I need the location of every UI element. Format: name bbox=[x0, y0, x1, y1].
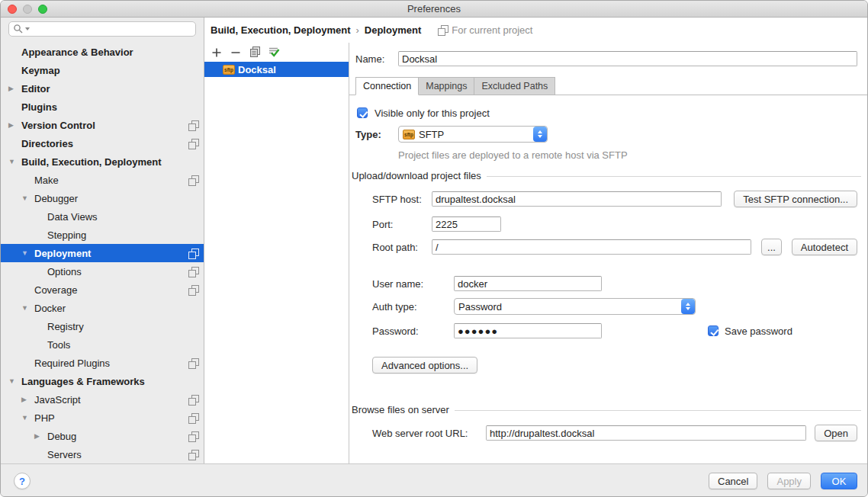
sidebar-item-stepping[interactable]: ▶Stepping bbox=[1, 226, 204, 244]
root-path-input[interactable] bbox=[432, 239, 751, 255]
test-sftp-connection-button[interactable]: Test SFTP connection... bbox=[734, 191, 857, 207]
sidebar-item-appearance-behavior[interactable]: ▶Appearance & Behavior bbox=[1, 43, 204, 61]
open-button[interactable]: Open bbox=[815, 425, 857, 441]
sidebar-item-docker[interactable]: ▼Docker bbox=[1, 299, 204, 317]
type-hint: Project files are deployed to a remote h… bbox=[398, 149, 628, 161]
search-filter-caret-icon[interactable] bbox=[25, 27, 30, 30]
root-path-browse-button[interactable]: ... bbox=[761, 239, 782, 255]
settings-search-input[interactable] bbox=[8, 21, 196, 37]
per-project-icon bbox=[188, 413, 198, 423]
search-icon bbox=[13, 24, 24, 34]
chevron-expanded-icon[interactable]: ▼ bbox=[8, 152, 21, 171]
port-input[interactable] bbox=[432, 216, 501, 232]
web-root-label: Web server root URL: bbox=[372, 428, 486, 439]
sidebar-item-data-views[interactable]: ▶Data Views bbox=[1, 207, 204, 226]
sidebar-item-debug[interactable]: ▶Debug bbox=[1, 427, 204, 445]
sidebar-item-editor[interactable]: ▶Editor bbox=[1, 79, 204, 98]
per-project-icon bbox=[188, 431, 198, 441]
per-project-icon bbox=[188, 358, 198, 368]
per-project-icon bbox=[438, 25, 448, 35]
preferences-window: Preferences ▶Appearance & Behavior ▶Keym… bbox=[0, 0, 868, 497]
chevron-expanded-icon[interactable]: ▼ bbox=[8, 372, 21, 390]
help-button[interactable]: ? bbox=[14, 473, 31, 489]
sidebar-item-php[interactable]: ▼PHP bbox=[1, 409, 204, 427]
settings-tree: ▶Appearance & Behavior ▶Keymap ▶Editor ▶… bbox=[1, 43, 204, 463]
name-input[interactable] bbox=[398, 51, 857, 66]
per-project-icon bbox=[188, 139, 198, 149]
sftp-file-icon: sftp bbox=[223, 65, 235, 75]
auth-type-select[interactable]: Password bbox=[454, 298, 696, 315]
per-project-icon bbox=[188, 450, 198, 460]
sidebar-item-registry[interactable]: ▶Registry bbox=[1, 317, 204, 335]
sidebar-item-languages-frameworks[interactable]: ▼Languages & Frameworks bbox=[1, 372, 204, 390]
type-select[interactable]: sftp SFTP bbox=[398, 126, 548, 143]
copy-server-button[interactable] bbox=[247, 45, 262, 60]
per-project-icon bbox=[188, 248, 198, 258]
sftp-file-icon: sftp bbox=[403, 130, 415, 139]
sidebar-item-tools[interactable]: ▶Tools bbox=[1, 335, 204, 354]
sidebar-item-options[interactable]: ▶Options bbox=[1, 262, 204, 281]
per-project-icon bbox=[188, 285, 198, 295]
password-input[interactable] bbox=[454, 323, 602, 338]
tab-connection[interactable]: Connection bbox=[355, 77, 419, 95]
name-label: Name: bbox=[355, 53, 398, 65]
dropdown-stepper-icon[interactable] bbox=[533, 127, 547, 142]
tab-excluded-paths[interactable]: Excluded Paths bbox=[474, 77, 555, 95]
user-name-input[interactable] bbox=[454, 276, 602, 291]
zoom-button[interactable] bbox=[38, 5, 47, 14]
close-button[interactable] bbox=[8, 5, 17, 14]
chevron-expanded-icon[interactable]: ▼ bbox=[21, 299, 34, 317]
apply-button[interactable]: Apply bbox=[767, 473, 811, 489]
chevron-expanded-icon[interactable]: ▼ bbox=[21, 244, 34, 262]
scope-label: For current project bbox=[452, 24, 532, 36]
server-item-docksal[interactable]: sftp Docksal bbox=[204, 62, 349, 77]
traffic-lights bbox=[8, 5, 47, 14]
chevron-expanded-icon[interactable]: ▼ bbox=[21, 189, 34, 207]
advanced-options-button[interactable]: Advanced options... bbox=[372, 357, 477, 374]
save-password-checkbox[interactable] bbox=[708, 325, 719, 336]
web-root-input[interactable] bbox=[486, 425, 806, 441]
port-label: Port: bbox=[372, 219, 432, 230]
use-as-default-button[interactable] bbox=[266, 45, 281, 60]
sidebar-item-keymap[interactable]: ▶Keymap bbox=[1, 61, 204, 79]
sidebar-item-debugger[interactable]: ▼Debugger bbox=[1, 189, 204, 207]
sidebar-item-make[interactable]: ▶Make bbox=[1, 171, 204, 189]
sidebar-item-directories[interactable]: ▶Directories bbox=[1, 134, 204, 152]
sidebar-item-deployment[interactable]: ▼Deployment bbox=[1, 244, 204, 262]
server-name: Docksal bbox=[238, 64, 276, 75]
chevron-collapsed-icon[interactable]: ▶ bbox=[8, 116, 21, 134]
breadcrumb-parent[interactable]: Build, Execution, Deployment bbox=[211, 24, 350, 36]
sidebar-item-version-control[interactable]: ▶Version Control bbox=[1, 116, 204, 134]
sidebar-item-plugins[interactable]: ▶Plugins bbox=[1, 98, 204, 116]
sidebar-item-build-execution-deployment[interactable]: ▼Build, Execution, Deployment bbox=[1, 152, 204, 171]
minimize-button[interactable] bbox=[23, 5, 32, 14]
chevron-collapsed-icon[interactable]: ▶ bbox=[21, 390, 34, 409]
chevron-expanded-icon[interactable]: ▼ bbox=[21, 409, 34, 427]
dropdown-stepper-icon[interactable] bbox=[681, 299, 695, 314]
chevron-collapsed-icon[interactable]: ▶ bbox=[8, 79, 21, 98]
sidebar-item-servers[interactable]: ▶Servers bbox=[1, 445, 204, 463]
auth-type-value: Password bbox=[458, 301, 677, 313]
sftp-host-input[interactable] bbox=[432, 191, 722, 207]
server-list-toolbar bbox=[204, 43, 349, 62]
cancel-button[interactable]: Cancel bbox=[709, 473, 757, 489]
dialog-footer: ? Cancel Apply OK bbox=[1, 463, 867, 497]
type-value: SFTP bbox=[419, 129, 529, 140]
plus-icon bbox=[211, 47, 222, 58]
autodetect-button[interactable]: Autodetect bbox=[792, 239, 857, 255]
per-project-icon bbox=[188, 395, 198, 405]
visible-only-checkbox[interactable] bbox=[357, 107, 368, 118]
scope-indicator: For current project bbox=[438, 24, 532, 36]
remove-server-button[interactable] bbox=[228, 45, 243, 60]
add-server-button[interactable] bbox=[209, 45, 224, 60]
user-name-label: User name: bbox=[372, 278, 454, 290]
visible-only-label: Visible only for this project bbox=[375, 107, 490, 119]
sidebar-item-required-plugins[interactable]: ▶Required Plugins bbox=[1, 354, 204, 372]
chevron-collapsed-icon[interactable]: ▶ bbox=[34, 427, 47, 445]
sidebar-item-javascript[interactable]: ▶JavaScript bbox=[1, 390, 204, 409]
copy-icon bbox=[249, 46, 261, 58]
per-project-icon bbox=[188, 175, 198, 185]
tab-mappings[interactable]: Mappings bbox=[418, 77, 474, 95]
sidebar-item-coverage[interactable]: ▶Coverage bbox=[1, 281, 204, 299]
ok-button[interactable]: OK bbox=[821, 473, 857, 489]
